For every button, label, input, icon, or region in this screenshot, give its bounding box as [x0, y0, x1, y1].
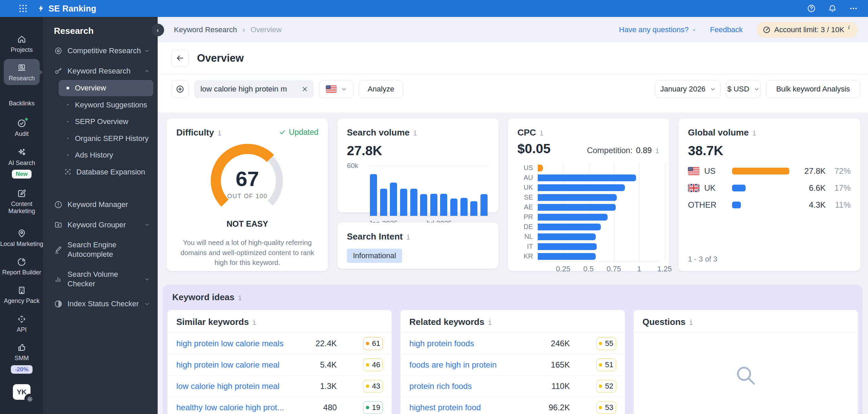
keyword-link[interactable]: high protein low calorie meals — [176, 339, 293, 348]
sidebar-item-label: Backlinks — [9, 100, 35, 107]
target-icon — [54, 46, 63, 55]
us-flag-icon — [326, 85, 337, 93]
info-icon[interactable]: i — [413, 129, 417, 137]
back-button[interactable] — [171, 49, 189, 67]
info-icon[interactable]: i — [655, 147, 659, 155]
info-icon[interactable]: i — [752, 129, 756, 137]
sidebar-item-local-marketing[interactable]: Local Marketing — [0, 229, 43, 248]
similar-keywords-card: Similar keywordsihigh protein low calori… — [167, 310, 392, 414]
keyword-link[interactable]: high protein foods — [409, 339, 526, 348]
sidebar-item-keyword-manager[interactable]: Keyword Manager — [44, 196, 158, 213]
sidebar-item-research[interactable]: Research — [0, 59, 43, 85]
sidebar-item-keyword-suggestions[interactable]: Keyword Suggestions — [59, 97, 153, 113]
sidebar-item-keyword-grouper[interactable]: Keyword Grouper — [44, 216, 158, 233]
sidebar-item-index-status-checker[interactable]: Index Status Checker — [44, 295, 158, 312]
volume-bar — [430, 194, 437, 216]
app-logo[interactable]: SE Ranking — [37, 4, 96, 14]
more-menu-icon[interactable] — [849, 4, 858, 13]
analyze-button[interactable]: Analyze — [359, 80, 403, 98]
related-keywords-card: Related keywordsihigh protein foods246K5… — [400, 310, 625, 414]
info-icon[interactable]: i — [217, 129, 222, 137]
sidebar-item-agency-pack[interactable]: Agency Pack — [0, 286, 43, 305]
sidebar-item-competitive-research[interactable]: Competitive Research — [44, 42, 158, 59]
cpc-chart: USAUUKSEAEPRDENLITKR 0.250.50.7511.25 — [517, 163, 659, 273]
volume-bar — [450, 199, 457, 216]
global-volume-row: US27.8K72% — [688, 166, 851, 176]
volume-bar — [410, 189, 417, 216]
notifications-bell-icon[interactable] — [828, 4, 837, 13]
sidebar-item-api[interactable]: API — [0, 314, 43, 333]
sidebar-item-ads-history[interactable]: Ads History — [59, 147, 153, 163]
sidebar-item-ai-search[interactable]: AI SearchNew — [0, 148, 43, 179]
flag-uk-icon — [688, 184, 699, 192]
sidebar-item-report-builder[interactable]: Report Builder — [0, 257, 43, 276]
difficulty-dot — [366, 385, 369, 388]
currency-select[interactable]: $ USD — [726, 80, 761, 98]
sidebar-item-audit[interactable]: Audit — [0, 119, 43, 138]
country-select[interactable] — [319, 80, 353, 98]
country-label: US — [517, 164, 533, 172]
info-icon[interactable]: i — [238, 294, 242, 302]
info-icon[interactable]: i — [252, 318, 257, 327]
keyword-link[interactable]: protein rich foods — [409, 381, 526, 391]
sidebar-item-organic-serp-history[interactable]: Organic SERP History — [59, 130, 153, 147]
global-volume-title: Global volume — [688, 127, 749, 138]
have-questions-link[interactable]: Have any questions? — [619, 25, 696, 34]
breadcrumb-keyword-research[interactable]: Keyword Research — [174, 25, 237, 34]
help-icon[interactable] — [807, 4, 816, 13]
sidebar-item-projects[interactable]: Projects — [0, 35, 43, 54]
clear-input-icon[interactable] — [301, 86, 308, 92]
global-volume-card: Global volume i 38.7K US27.8K72%UK6.6K17… — [678, 119, 860, 271]
apps-grid-icon[interactable] — [19, 4, 27, 13]
keyword-link[interactable]: foods are high in protein — [409, 360, 526, 370]
search-icon — [734, 333, 757, 387]
info-icon[interactable]: i — [689, 318, 693, 327]
cpc-bar — [538, 224, 601, 230]
cpc-bar — [538, 165, 543, 171]
difficulty-badge: 51 — [596, 358, 616, 371]
sidebar-item-keyword-research[interactable]: Keyword Research — [44, 63, 158, 80]
breadcrumb-bar: Keyword Research › Overview Have any que… — [158, 17, 868, 42]
page-title: Overview — [197, 52, 244, 64]
volume-percent: 17% — [826, 183, 851, 193]
collapse-sidebar-button[interactable]: ‹ — [152, 24, 164, 36]
keyword-link[interactable]: low calorie high protein meal — [176, 381, 293, 391]
sidebar-item-smm[interactable]: SMM-20% — [0, 343, 43, 374]
keyword-link[interactable]: high protein low calorie meal — [176, 360, 293, 370]
keyword-search-input[interactable] — [200, 85, 298, 94]
keyword-volume: 22.4K — [293, 339, 337, 348]
info-icon[interactable]: i — [488, 318, 492, 327]
cpc-country-row: US — [517, 163, 659, 173]
settings-gear-icon[interactable] — [24, 394, 35, 405]
sidebar-item-overview[interactable]: Overview — [59, 80, 153, 96]
info-icon[interactable]: i — [539, 129, 544, 137]
volume-bar — [732, 185, 746, 191]
search-volume-card: Search volume i 27.8K 60k Jan 2025Jul 20… — [337, 119, 498, 212]
difficulty-dot — [366, 363, 369, 367]
sidebar-item-search-engine-autocomplete[interactable]: Search Engine Autocomplete — [44, 236, 158, 263]
keyword-link[interactable]: highest protein food — [409, 403, 526, 412]
folder-plus-icon — [54, 220, 63, 229]
chevron-down-icon — [144, 222, 150, 227]
account-limit-badge[interactable]: Account limit: 3 / 10K i — [756, 22, 858, 38]
keyword-link[interactable]: healthy low calorie high prot... — [176, 403, 293, 412]
sidebar-item-backlinks[interactable]: Backlinks — [0, 100, 43, 107]
table-row: highest protein food96.2K53 — [400, 397, 625, 414]
sidebar-item-label: SERP Overview — [75, 117, 128, 126]
feedback-link[interactable]: Feedback — [710, 25, 743, 34]
difficulty-description: You will need a lot of high-quality refe… — [176, 237, 318, 268]
sidebar-item-search-volume-checker[interactable]: Search Volume Checker — [44, 266, 158, 292]
sidebar-item-content-marketing[interactable]: Content Marketing — [0, 189, 43, 214]
table-row: high protein low calorie meal5.4K46 — [167, 354, 392, 376]
chevron-down-icon — [144, 302, 150, 307]
content-edit-icon — [17, 189, 26, 198]
bulk-keyword-analysis-button[interactable]: Bulk keyword Analysis — [766, 80, 860, 98]
sidebar-item-label: AI Search — [8, 160, 35, 167]
sidebar-item-database-expansion[interactable]: Database Expansion — [59, 164, 153, 180]
period-select[interactable]: January 2026 — [655, 80, 721, 98]
info-icon[interactable]: i — [406, 233, 411, 241]
country-label: AU — [517, 174, 533, 182]
add-keyword-button[interactable] — [171, 80, 189, 98]
app-logo-text: SE Ranking — [48, 4, 96, 14]
sidebar-item-serp-overview[interactable]: SERP Overview — [59, 113, 153, 130]
